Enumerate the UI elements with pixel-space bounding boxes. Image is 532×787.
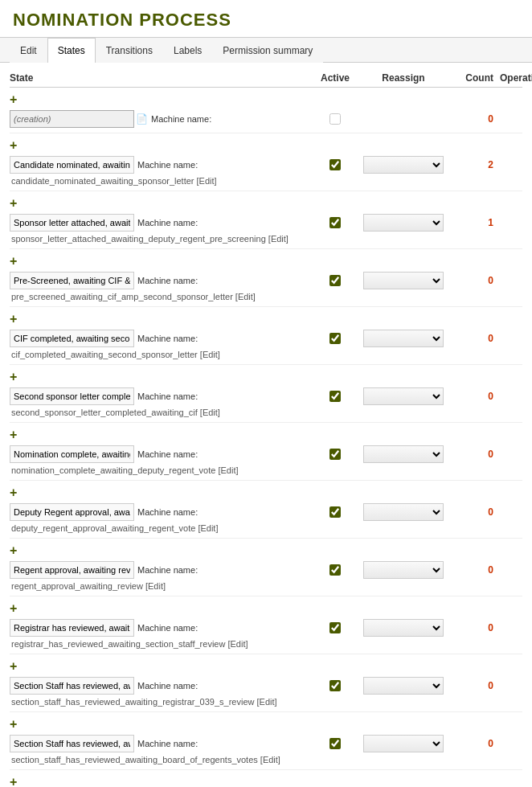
add-state-icon-pre-screened[interactable]: + — [10, 254, 17, 268]
state-row-sponsor-letter: Machine name:1 — [10, 212, 522, 233]
add-row-nomination-complete: + — [10, 426, 522, 444]
tab-edit[interactable]: Edit — [10, 38, 47, 63]
add-state-icon-registrar-reviewed-board[interactable]: + — [10, 775, 17, 787]
page-title: NOMINATION PROCESS — [0, 0, 532, 38]
add-row-cif-completed: + — [10, 310, 522, 328]
add-state-icon-second-sponsor[interactable]: + — [10, 370, 17, 384]
reassign-cell-registrar-reviewed — [355, 619, 452, 637]
state-input-registrar-reviewed[interactable] — [10, 619, 134, 637]
add-state-icon-candidate-nominated[interactable]: + — [10, 138, 17, 153]
tabs-bar: Edit States Transitions Labels Permissio… — [0, 38, 532, 63]
add-state-icon-regent-approval[interactable]: + — [10, 543, 17, 558]
active-checkbox-section-staff-reviewed-board[interactable] — [329, 738, 341, 749]
add-state-icon-registrar-reviewed[interactable]: + — [10, 601, 17, 616]
add-state-top-icon[interactable]: + — [10, 92, 17, 107]
active-checkbox-registrar-reviewed[interactable] — [329, 622, 341, 633]
machine-name-row-pre-screened: pre_screened_awaiting_cif_amp_second_spo… — [10, 291, 522, 303]
reassign-select-second-sponsor[interactable] — [363, 387, 444, 405]
add-state-icon-section-staff-reviewed-board[interactable]: + — [10, 717, 17, 732]
tab-labels[interactable]: Labels — [163, 38, 212, 63]
machine-name-edit-registrar-reviewed[interactable]: [Edit] — [227, 639, 248, 649]
add-state-icon-deputy-regent[interactable]: + — [10, 486, 17, 500]
state-input-deputy-regent[interactable] — [10, 503, 134, 521]
machine-name-row-regent-approval: regent_approval_awaiting_review [Edit] — [10, 580, 522, 592]
state-input-pre-screened[interactable] — [10, 272, 134, 289]
reassign-select-deputy-regent[interactable] — [363, 503, 444, 521]
tab-permission-summary[interactable]: Permission summary — [212, 38, 323, 63]
reassign-select-section-staff-reviewed-registrar[interactable] — [363, 677, 444, 695]
reassign-cell-pre-screened — [355, 272, 452, 289]
state-left-regent-approval: Machine name: — [10, 561, 315, 579]
machine-name-edit-pre-screened[interactable]: [Edit] — [235, 292, 256, 301]
add-state-icon-cif-completed[interactable]: + — [10, 312, 17, 326]
add-row-section-staff-reviewed-registrar: + — [10, 658, 522, 675]
active-checkbox-second-sponsor[interactable] — [329, 391, 341, 402]
reassign-select-nomination-complete[interactable] — [363, 445, 444, 463]
add-row-section-staff-reviewed-board: + — [10, 715, 522, 733]
active-cell-pre-screened — [315, 275, 355, 286]
active-checkbox-cif-completed[interactable] — [329, 333, 341, 344]
count-section-staff-reviewed-registrar: 0 — [452, 680, 500, 691]
creation-input[interactable] — [10, 110, 134, 128]
active-checkbox-sponsor-letter[interactable] — [329, 217, 341, 228]
machine-name-label-deputy-regent: Machine name: — [137, 507, 198, 517]
machine-name-row-cif-completed: cif_completed_awaiting_second_sponsor_le… — [10, 349, 522, 361]
state-group-regent-approval: +Machine name:0regent_approval_awaiting_… — [10, 539, 522, 596]
state-input-cif-completed[interactable] — [10, 330, 134, 347]
add-state-icon-section-staff-reviewed-registrar[interactable]: + — [10, 659, 17, 674]
machine-name-edit-section-staff-reviewed-registrar[interactable]: [Edit] — [257, 697, 277, 707]
state-left-registrar-reviewed: Machine name: — [10, 619, 315, 637]
machine-name-label-nomination-complete: Machine name: — [137, 449, 198, 459]
machine-name-edit-regent-approval[interactable]: [Edit] — [145, 581, 166, 591]
machine-name-edit-candidate-nominated[interactable]: [Edit] — [197, 176, 217, 186]
state-group-registrar-reviewed: +Machine name:0registrar_has_reviewed_aw… — [10, 596, 522, 654]
active-checkbox-creation[interactable] — [329, 113, 341, 125]
add-state-icon-sponsor-letter[interactable]: + — [10, 196, 17, 211]
active-checkbox-section-staff-reviewed-registrar[interactable] — [329, 680, 341, 691]
state-group-deputy-regent: +Machine name:0deputy_regent_approval_aw… — [10, 481, 522, 539]
active-checkbox-nomination-complete[interactable] — [329, 449, 341, 460]
state-input-section-staff-reviewed-board[interactable] — [10, 735, 134, 752]
count-regent-approval: 0 — [452, 564, 500, 576]
reassign-cell-second-sponsor — [355, 387, 452, 405]
machine-name-edit-deputy-regent[interactable]: [Edit] — [198, 523, 218, 533]
add-row-sponsor-letter: + — [10, 195, 522, 212]
state-left-sponsor-letter: Machine name: — [10, 214, 315, 232]
machine-name-edit-second-sponsor[interactable]: [Edit] — [200, 408, 220, 417]
reassign-select-cif-completed[interactable] — [363, 330, 444, 347]
reassign-select-registrar-reviewed[interactable] — [363, 619, 444, 637]
count-candidate-nominated: 2 — [452, 159, 500, 170]
add-row-registrar-reviewed: + — [10, 600, 522, 617]
active-checkbox-deputy-regent[interactable] — [329, 506, 341, 518]
count-cif-completed: 0 — [452, 333, 500, 344]
add-row-candidate-nominated: + — [10, 137, 522, 154]
state-input-section-staff-reviewed-registrar[interactable] — [10, 677, 134, 695]
state-input-regent-approval[interactable] — [10, 561, 134, 579]
machine-name-edit-sponsor-letter[interactable]: [Edit] — [268, 234, 289, 244]
machine-name-edit-nomination-complete[interactable]: [Edit] — [218, 465, 238, 475]
reassign-select-candidate-nominated[interactable] — [363, 156, 444, 174]
creation-badge: 📄 — [10, 110, 148, 128]
state-input-sponsor-letter[interactable] — [10, 214, 134, 232]
machine-name-edit-cif-completed[interactable]: [Edit] — [200, 350, 220, 359]
add-state-icon-nomination-complete[interactable]: + — [10, 428, 17, 442]
machine-name-edit-section-staff-reviewed-board[interactable]: [Edit] — [260, 755, 280, 764]
tab-transitions[interactable]: Transitions — [96, 38, 163, 63]
machine-name-label-second-sponsor: Machine name: — [137, 391, 198, 401]
tab-states[interactable]: States — [47, 38, 96, 63]
main-content: State Active Reassign Count Operations +… — [0, 63, 532, 787]
active-checkbox-candidate-nominated[interactable] — [329, 159, 341, 170]
state-row-candidate-nominated: Machine name:2 — [10, 154, 522, 175]
reassign-select-regent-approval[interactable] — [363, 561, 444, 579]
reassign-select-section-staff-reviewed-board[interactable] — [363, 735, 444, 752]
state-group-creation: + 📄 Machine name: 0 — [10, 88, 522, 133]
active-checkbox-pre-screened[interactable] — [329, 275, 341, 286]
reassign-select-pre-screened[interactable] — [363, 272, 444, 289]
machine-name-label-pre-screened: Machine name: — [137, 276, 198, 285]
state-input-second-sponsor[interactable] — [10, 387, 134, 405]
state-group-candidate-nominated: +Machine name:2candidate_nominated_await… — [10, 133, 522, 191]
state-input-candidate-nominated[interactable] — [10, 156, 134, 174]
state-input-nomination-complete[interactable] — [10, 445, 134, 463]
reassign-select-sponsor-letter[interactable] — [363, 214, 444, 232]
active-checkbox-regent-approval[interactable] — [329, 564, 341, 576]
